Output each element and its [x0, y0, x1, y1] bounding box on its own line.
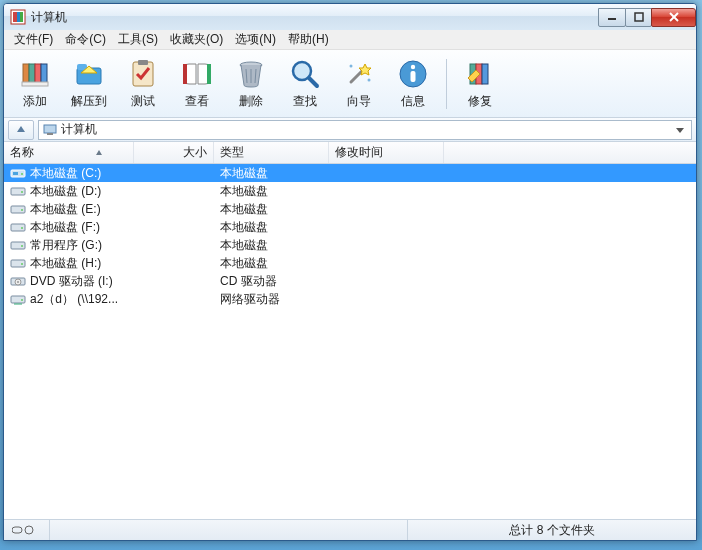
column-type[interactable]: 类型 — [214, 142, 329, 163]
svg-point-28 — [350, 64, 353, 67]
svg-rect-2 — [17, 12, 20, 22]
drive-icon — [10, 257, 26, 269]
sort-asc-icon — [95, 146, 103, 160]
column-modified[interactable]: 修改时间 — [329, 142, 444, 163]
drive-icon — [10, 239, 26, 251]
address-dropdown[interactable] — [673, 126, 687, 134]
svg-point-57 — [17, 281, 19, 283]
svg-rect-11 — [41, 64, 47, 84]
table-row[interactable]: 本地磁盘 (C:)本地磁盘 — [4, 164, 696, 182]
svg-point-31 — [411, 64, 415, 68]
row-name: 本地磁盘 (F:) — [30, 219, 100, 236]
svg-point-48 — [21, 209, 23, 211]
row-name: a2（d） (\\192... — [30, 291, 118, 308]
app-window: 计算机 文件(F) 命令(C) 工具(S) 收藏夹(O) 选项(N) 帮助(H)… — [3, 3, 697, 541]
table-row[interactable]: a2（d） (\\192...网络驱动器 — [4, 290, 696, 308]
maximize-button[interactable] — [625, 8, 652, 27]
svg-rect-5 — [635, 13, 643, 21]
wizard-button[interactable]: 向导 — [336, 55, 382, 113]
magnifier-icon — [289, 58, 321, 90]
svg-rect-49 — [11, 224, 25, 231]
svg-point-29 — [368, 78, 371, 81]
drive-icon — [10, 221, 26, 233]
svg-rect-8 — [23, 64, 29, 84]
column-name[interactable]: 名称 — [4, 142, 134, 163]
toolbar-separator — [446, 59, 447, 109]
file-list[interactable]: 本地磁盘 (C:)本地磁盘本地磁盘 (D:)本地磁盘本地磁盘 (E:)本地磁盘本… — [4, 164, 696, 519]
svg-rect-47 — [11, 206, 25, 213]
svg-point-44 — [21, 173, 23, 175]
svg-rect-35 — [482, 64, 488, 84]
info-icon — [397, 58, 429, 90]
repair-button[interactable]: 修复 — [457, 55, 503, 113]
table-row[interactable]: 本地磁盘 (H:)本地磁盘 — [4, 254, 696, 272]
up-button[interactable] — [8, 120, 34, 140]
info-button[interactable]: 信息 — [390, 55, 436, 113]
menu-command[interactable]: 命令(C) — [59, 29, 112, 50]
drive-icon — [10, 185, 26, 197]
svg-rect-61 — [12, 527, 22, 533]
row-type: 本地磁盘 — [214, 165, 329, 182]
status-selection — [50, 520, 408, 540]
toolbar: 添加 解压到 测试 查看 删除 查找 向导 信息 — [4, 50, 696, 118]
svg-rect-45 — [11, 188, 25, 195]
close-button[interactable] — [651, 8, 696, 27]
column-size[interactable]: 大小 — [134, 142, 214, 163]
svg-marker-41 — [96, 150, 102, 155]
table-row[interactable]: DVD 驱动器 (I:)CD 驱动器 — [4, 272, 696, 290]
view-button[interactable]: 查看 — [174, 55, 220, 113]
svg-rect-10 — [35, 64, 41, 84]
svg-rect-43 — [13, 172, 18, 175]
svg-rect-53 — [11, 260, 25, 267]
repair-icon — [464, 58, 496, 90]
row-name: 本地磁盘 (E:) — [30, 201, 101, 218]
table-row[interactable]: 本地磁盘 (F:)本地磁盘 — [4, 218, 696, 236]
minimize-button[interactable] — [598, 8, 626, 27]
svg-rect-3 — [20, 12, 23, 22]
drive-icon — [10, 275, 26, 287]
address-bar[interactable]: 计算机 — [38, 120, 692, 140]
add-button[interactable]: 添加 — [12, 55, 58, 113]
table-row[interactable]: 本地磁盘 (D:)本地磁盘 — [4, 182, 696, 200]
svg-marker-40 — [676, 128, 684, 133]
svg-rect-1 — [13, 12, 17, 22]
column-header: 名称 大小 类型 修改时间 — [4, 142, 696, 164]
menu-tools[interactable]: 工具(S) — [112, 29, 164, 50]
svg-rect-17 — [138, 60, 148, 65]
delete-button[interactable]: 删除 — [228, 55, 274, 113]
table-row[interactable]: 本地磁盘 (E:)本地磁盘 — [4, 200, 696, 218]
svg-point-54 — [21, 263, 23, 265]
book-open-icon — [181, 58, 213, 90]
menubar: 文件(F) 命令(C) 工具(S) 收藏夹(O) 选项(N) 帮助(H) — [4, 30, 696, 50]
svg-point-46 — [21, 191, 23, 193]
menu-options[interactable]: 选项(N) — [229, 29, 282, 50]
statusbar: 总计 8 个文件夹 — [4, 519, 696, 540]
svg-point-52 — [21, 245, 23, 247]
status-total: 总计 8 个文件夹 — [408, 520, 696, 540]
extract-button[interactable]: 解压到 — [66, 55, 112, 113]
folder-open-icon — [73, 58, 105, 90]
svg-marker-37 — [17, 126, 25, 132]
menu-file[interactable]: 文件(F) — [8, 29, 59, 50]
navbar: 计算机 — [4, 118, 696, 142]
test-button[interactable]: 测试 — [120, 55, 166, 113]
row-name: 常用程序 (G:) — [30, 237, 102, 254]
drive-icon — [10, 293, 26, 305]
row-name: 本地磁盘 (H:) — [30, 255, 101, 272]
svg-rect-38 — [44, 125, 56, 133]
svg-rect-58 — [11, 296, 25, 303]
svg-rect-18 — [183, 64, 187, 84]
menu-favorites[interactable]: 收藏夹(O) — [164, 29, 229, 50]
clipboard-check-icon — [127, 58, 159, 90]
row-type: 本地磁盘 — [214, 201, 329, 218]
status-view-mode[interactable] — [4, 520, 50, 540]
table-row[interactable]: 常用程序 (G:)本地磁盘 — [4, 236, 696, 254]
computer-icon — [43, 123, 57, 137]
address-text: 计算机 — [61, 121, 669, 138]
titlebar[interactable]: 计算机 — [4, 4, 696, 30]
app-icon — [10, 9, 26, 25]
drive-icon — [10, 203, 26, 215]
menu-help[interactable]: 帮助(H) — [282, 29, 335, 50]
row-type: 本地磁盘 — [214, 219, 329, 236]
find-button[interactable]: 查找 — [282, 55, 328, 113]
